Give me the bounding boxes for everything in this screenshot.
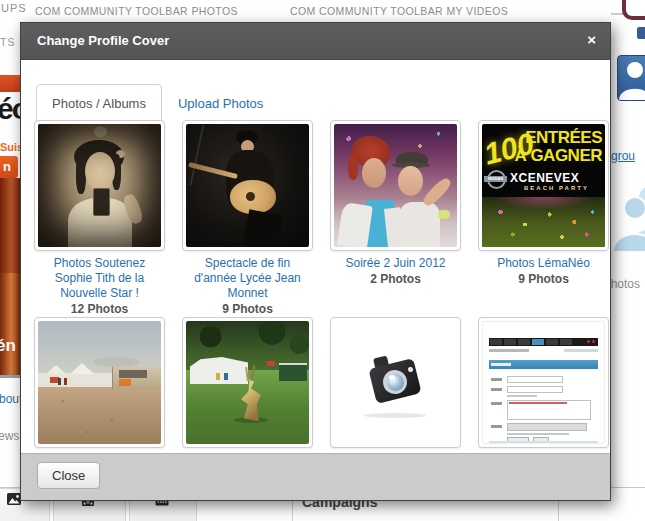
album-cell: Soirée 2 Juin 2012 2 Photos	[330, 120, 461, 316]
album-photo	[38, 321, 161, 444]
album-thumbnail-park[interactable]	[182, 317, 313, 448]
dialog-footer: Close	[21, 453, 610, 500]
album-thumbnail-screenshot[interactable]	[478, 317, 609, 448]
album-thumbnail-sophie[interactable]	[34, 120, 165, 251]
about-link-fragment[interactable]: bout	[0, 392, 22, 406]
poster-venue: XCENEVEX	[510, 171, 579, 185]
dialog-title: Change Profile Cover	[37, 33, 169, 48]
left-divider	[0, 375, 20, 378]
album-photo	[186, 321, 309, 444]
album-grid-row-1: Photos Soutenez Sophie Tith de la Nouvel…	[34, 120, 609, 316]
background-nav-right: COM COMMUNITY TOOLBAR MY VIDEOS	[290, 5, 508, 17]
left-banner-strip: én	[0, 178, 20, 378]
news-label-fragment: ews	[0, 429, 19, 443]
close-icon[interactable]: ×	[587, 32, 596, 48]
banner-text-fragment: én	[0, 336, 16, 356]
album-photo-count: 12 Photos	[34, 302, 165, 316]
album-thumbnail-lemaneo[interactable]: 100 ENTRÉES À GAGNER NISSAN XCENEVEX BEA…	[478, 120, 609, 251]
album-thumbnail-placeholder[interactable]	[330, 317, 461, 448]
groups-link-fragment[interactable]: grou	[611, 149, 635, 163]
left-fragment-ups: UPS	[1, 2, 27, 14]
tab-upload-photos[interactable]: Upload Photos	[162, 84, 279, 123]
poster-line1: ENTRÉES	[525, 128, 602, 148]
poster-subtitle: BEACH PARTY	[524, 185, 589, 191]
album-photo	[38, 124, 161, 247]
close-button[interactable]: Close	[37, 462, 100, 489]
image-icon	[7, 492, 21, 506]
album-title-link[interactable]: Photos Soutenez Sophie Tith de la Nouvel…	[34, 256, 165, 301]
album-photo	[186, 124, 309, 247]
site-logo-block: n	[0, 156, 18, 178]
dialog-tabs: Photos / Albums Upload Photos	[36, 84, 279, 123]
album-thumbnail-beach[interactable]	[34, 317, 165, 448]
tab-photos-albums[interactable]: Photos / Albums	[36, 84, 162, 123]
poster-crowd	[482, 197, 605, 247]
album-title-link[interactable]: Photos LémaNéo	[478, 256, 609, 271]
site-logo-band	[0, 75, 20, 92]
poster-line2: À GAGNER	[514, 146, 602, 166]
album-title-link[interactable]: Spectacle de fin d'année Lycée Jean Monn…	[182, 256, 313, 301]
album-photo-count: 9 Photos	[182, 302, 313, 316]
album-cell	[330, 317, 461, 448]
album-cell: 100 ENTRÉES À GAGNER NISSAN XCENEVEX BEA…	[478, 120, 609, 316]
album-cell: Spectacle de fin d'année Lycée Jean Monn…	[182, 120, 313, 316]
left-fragment-ts: TS	[0, 36, 15, 48]
album-cell	[182, 317, 313, 448]
album-photo-poster: 100 ENTRÉES À GAGNER NISSAN XCENEVEX BEA…	[482, 124, 605, 247]
album-cell	[478, 317, 609, 448]
dialog-body: Photos / Albums Upload Photos Photos Sou…	[21, 60, 610, 453]
album-photo	[334, 124, 457, 247]
album-photo-webpage	[482, 321, 605, 444]
social-button-fragment[interactable]	[637, 27, 645, 39]
album-photo-count: 2 Photos	[330, 272, 461, 286]
change-profile-cover-dialog: Change Profile Cover × Photos / Albums U…	[20, 22, 611, 501]
album-thumbnail-spectacle[interactable]	[182, 120, 313, 251]
camera-icon	[334, 321, 457, 444]
album-photo-count: 9 Photos	[478, 272, 609, 286]
person-icon[interactable]	[617, 55, 645, 101]
background-nav-left: COM COMMUNITY TOOLBAR PHOTOS	[35, 5, 238, 17]
album-cell: Photos Soutenez Sophie Tith de la Nouvel…	[34, 120, 165, 316]
decorative-corner-shape	[622, 0, 645, 20]
album-grid-row-2	[34, 317, 609, 448]
album-cell	[34, 317, 165, 448]
album-thumbnail-soiree[interactable]	[330, 120, 461, 251]
album-title-link[interactable]: Soirée 2 Juin 2012	[330, 256, 461, 271]
dialog-header: Change Profile Cover ×	[21, 23, 610, 60]
people-icon	[609, 182, 645, 256]
